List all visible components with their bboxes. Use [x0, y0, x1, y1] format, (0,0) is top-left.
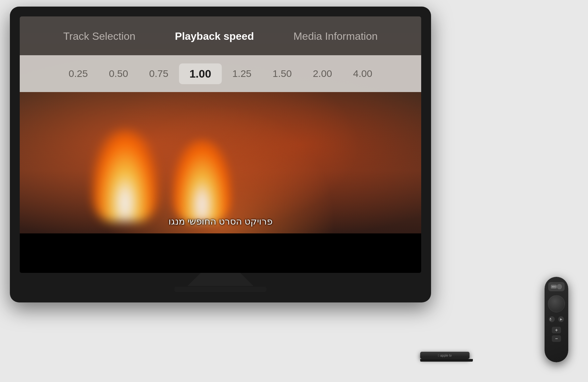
speed-1.00[interactable]: 1.00	[179, 63, 222, 84]
apple-tv-box:  apple tv	[420, 352, 470, 359]
tab-media-information[interactable]: Media Information	[287, 27, 384, 46]
play-pause-button[interactable]: ▶	[558, 316, 564, 322]
tab-playback-speed[interactable]: Playback speed	[168, 27, 261, 46]
menu-overlay: Track Selection Playback speed Media Inf…	[20, 16, 421, 92]
volume-down-button[interactable]: −	[552, 335, 561, 342]
tv-base	[174, 287, 267, 292]
volume-controls: + −	[552, 327, 561, 342]
apple-tv-text: apple tv	[440, 354, 452, 357]
speed-4.00[interactable]: 4.00	[343, 64, 383, 83]
trackpad[interactable]	[548, 295, 565, 312]
speed-2.00[interactable]: 2.00	[302, 64, 343, 83]
menu-button[interactable]: MENU	[551, 285, 557, 289]
tv-stand	[188, 273, 253, 286]
menu-label: MENU	[552, 286, 556, 288]
speed-0.25[interactable]: 0.25	[58, 64, 98, 83]
speed-1.50[interactable]: 1.50	[262, 64, 302, 83]
bottom-letterbox	[20, 233, 421, 273]
tv-button[interactable]	[557, 284, 562, 289]
speed-0.75[interactable]: 0.75	[139, 64, 179, 83]
apple-tv-label:  apple tv	[438, 354, 452, 357]
remote-middle-buttons: ▶	[549, 316, 564, 322]
flame-effect-right	[172, 139, 232, 222]
speed-1.25[interactable]: 1.25	[222, 64, 262, 83]
subtitle-text: פרויקט הסרט החופשי מנגו	[168, 216, 272, 227]
mic-button[interactable]	[549, 316, 555, 322]
remote-top-bar: MENU	[548, 282, 565, 291]
flame-effect-left	[92, 130, 158, 222]
apple-tv-device:  apple tv	[420, 352, 473, 362]
tv-screen: פרויקט הסרט החופשי מנגו Track Selection …	[20, 16, 421, 273]
speed-0.50[interactable]: 0.50	[98, 64, 139, 83]
tab-bar: Track Selection Playback speed Media Inf…	[20, 16, 421, 56]
apple-icon: 	[438, 354, 439, 357]
tv-set: פרויקט הסרט החופשי מנגו Track Selection …	[10, 7, 431, 302]
apple-tv-base	[420, 359, 473, 362]
speed-selector-bar: 0.25 0.50 0.75 1.00 1.25 1.50 2.00 4.00	[20, 55, 421, 92]
tab-track-selection[interactable]: Track Selection	[57, 27, 142, 46]
svg-rect-0	[550, 318, 551, 320]
apple-tv-remote: MENU ▶ + −	[545, 277, 568, 362]
volume-up-button[interactable]: +	[552, 327, 561, 333]
